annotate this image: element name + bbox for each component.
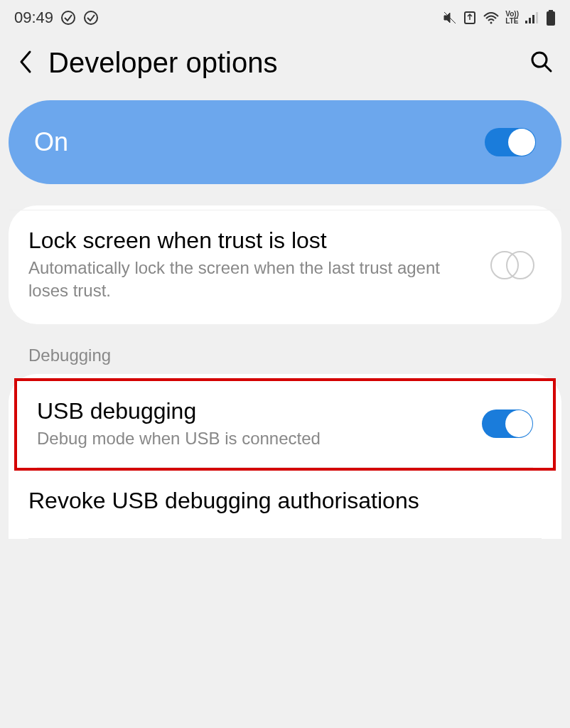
svg-rect-5 bbox=[529, 18, 531, 23]
signal-icon bbox=[525, 11, 540, 25]
lock-screen-toggle-switch[interactable] bbox=[490, 251, 542, 279]
master-toggle-row[interactable]: On bbox=[9, 100, 561, 184]
svg-point-3 bbox=[490, 22, 493, 24]
section-header-debugging: Debugging bbox=[0, 324, 570, 374]
search-icon bbox=[530, 50, 553, 73]
master-toggle-label: On bbox=[34, 127, 68, 157]
mute-icon bbox=[443, 11, 457, 25]
settings-card-trust: Lock screen when trust is lost Automatic… bbox=[9, 205, 561, 324]
setting-usb-debugging[interactable]: USB debugging Debug mode when USB is con… bbox=[17, 381, 553, 467]
status-bar: 09:49 Vo))LTE bbox=[0, 0, 570, 33]
notification-icon-2 bbox=[83, 10, 99, 26]
page-title: Developer options bbox=[48, 47, 516, 79]
highlight-box: USB debugging Debug mode when USB is con… bbox=[14, 378, 556, 471]
setting-lock-screen-trust[interactable]: Lock screen when trust is lost Automatic… bbox=[9, 210, 561, 320]
svg-rect-8 bbox=[549, 10, 553, 11]
svg-point-0 bbox=[62, 11, 75, 24]
setting-revoke-usb-auth[interactable]: Revoke USB debugging authorisations bbox=[9, 471, 561, 538]
svg-rect-9 bbox=[547, 11, 555, 26]
notification-icon-1 bbox=[60, 10, 76, 26]
usb-debugging-toggle-switch[interactable] bbox=[482, 410, 533, 438]
volte-icon: Vo))LTE bbox=[505, 11, 519, 25]
setting-title: Revoke USB debugging authorisations bbox=[28, 488, 527, 514]
chevron-left-icon bbox=[17, 49, 34, 75]
battery-icon bbox=[546, 10, 556, 26]
recycle-icon bbox=[463, 10, 477, 26]
setting-description: Debug mode when USB is connected bbox=[37, 427, 468, 450]
status-time: 09:49 bbox=[14, 9, 53, 27]
svg-point-1 bbox=[85, 11, 97, 24]
setting-title: USB debugging bbox=[37, 398, 468, 424]
setting-description: Automatically lock the screen when the l… bbox=[28, 257, 476, 303]
svg-rect-6 bbox=[532, 15, 534, 23]
page-header: Developer options bbox=[0, 33, 570, 100]
wifi-icon bbox=[483, 11, 500, 25]
svg-line-11 bbox=[545, 65, 551, 71]
setting-title: Lock screen when trust is lost bbox=[28, 228, 476, 254]
search-button[interactable] bbox=[530, 50, 553, 76]
back-button[interactable] bbox=[17, 49, 34, 77]
svg-rect-4 bbox=[525, 21, 527, 23]
settings-card-debugging: USB debugging Debug mode when USB is con… bbox=[9, 374, 561, 539]
svg-rect-7 bbox=[536, 12, 538, 23]
master-toggle-switch[interactable] bbox=[485, 128, 536, 156]
